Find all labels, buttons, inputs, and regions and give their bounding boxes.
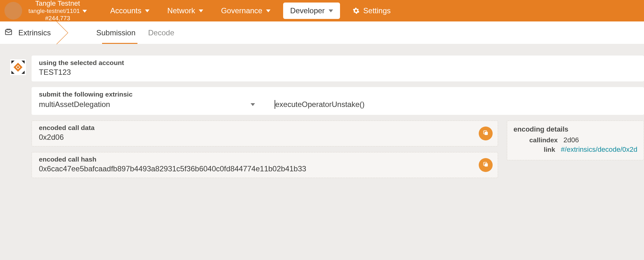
encoded-row-wrap: encoded call data 0x2d06 encoded call ha…: [10, 121, 644, 178]
nav-label: Accounts: [110, 6, 142, 15]
top-nav-bar: Tangle Testnet tangle-testnet/1101 #244,…: [0, 0, 644, 21]
chain-logo[interactable]: [4, 2, 22, 20]
method-value: executeOperatorUnstake(): [275, 100, 365, 109]
account-identicon[interactable]: [10, 59, 26, 75]
detail-link-value[interactable]: #/extrinsics/decode/0x2d: [561, 145, 637, 154]
nav-network[interactable]: Network: [158, 0, 212, 21]
chevron-down-icon: [199, 9, 203, 12]
tab-decode[interactable]: Decode: [148, 21, 174, 44]
detail-value: 2d06: [563, 136, 579, 144]
field-label: submit the following extrinsic: [39, 91, 637, 98]
pallet-select[interactable]: multiAssetDelegation: [39, 100, 255, 109]
detail-label: callindex: [513, 136, 558, 144]
svg-point-8: [17, 66, 19, 68]
svg-rect-11: [485, 163, 488, 167]
nav-settings[interactable]: Settings: [344, 0, 400, 21]
gear-icon: [353, 7, 360, 14]
encoded-call-hash-card: encoded call hash 0x6cac47ee5bafcaadfb89…: [32, 152, 498, 178]
chain-spec: tangle-testnet/1101: [28, 8, 80, 15]
field-label: encoded call hash: [39, 156, 491, 163]
extrinsic-select-card: submit the following extrinsic multiAsse…: [32, 87, 644, 115]
tab-submission[interactable]: Submission: [96, 21, 136, 44]
encoded-call-hash: 0x6cac47ee5bafcaadfb897b4493a82931c5f36b…: [39, 164, 491, 173]
sub-nav-bar: Extrinsics Submission Decode: [0, 21, 644, 44]
account-row: using the selected account TEST123: [10, 56, 644, 81]
tab-label: Submission: [96, 28, 136, 37]
detail-label: link: [513, 146, 555, 153]
method-select[interactable]: executeOperatorUnstake(): [275, 100, 365, 109]
encoded-call-data-card: encoded call data 0x2d06: [32, 121, 498, 146]
account-select[interactable]: using the selected account TEST123: [32, 56, 644, 81]
page-breadcrumb: Extrinsics: [0, 21, 57, 44]
chain-name: Tangle Testnet: [35, 0, 80, 8]
nav-label: Developer: [290, 6, 325, 15]
nav-label: Settings: [363, 6, 391, 15]
extrinsics-icon: [4, 28, 13, 38]
chevron-down-icon: [266, 9, 270, 12]
field-label: using the selected account: [39, 59, 637, 67]
page-title: Extrinsics: [18, 28, 51, 37]
svg-rect-9: [485, 132, 488, 135]
nav-governance[interactable]: Governance: [212, 0, 279, 21]
pallet-value: multiAssetDelegation: [39, 100, 110, 109]
extrinsic-row: submit the following extrinsic multiAsse…: [10, 87, 644, 115]
account-name: TEST123: [39, 68, 637, 77]
nav-developer[interactable]: Developer: [283, 3, 340, 19]
nav-accounts[interactable]: Accounts: [101, 0, 159, 21]
field-label: encoded call data: [39, 124, 491, 132]
detail-callindex: callindex 2d06: [513, 136, 637, 144]
chain-block-number: #244,773: [45, 15, 70, 22]
copy-call-hash-button[interactable]: [479, 158, 493, 172]
extrinsics-form: using the selected account TEST123 submi…: [0, 44, 644, 178]
chevron-down-icon: [82, 10, 87, 13]
chevron-down-icon: [145, 9, 149, 12]
chain-info[interactable]: Tangle Testnet tangle-testnet/1101 #244,…: [28, 0, 87, 22]
chevron-down-icon: [329, 9, 333, 12]
copy-call-data-button[interactable]: [479, 127, 493, 140]
encoded-call-data: 0x2d06: [39, 133, 491, 142]
nav-label: Network: [167, 6, 195, 15]
tab-label: Decode: [148, 28, 174, 37]
nav-label: Governance: [221, 6, 262, 15]
encoding-details-card: encoding details callindex 2d06 link #/e…: [507, 121, 644, 160]
copy-icon: [483, 130, 489, 137]
chevron-down-icon: [251, 103, 255, 106]
detail-link: link #/extrinsics/decode/0x2d: [513, 145, 637, 154]
details-title: encoding details: [513, 125, 637, 133]
breadcrumb-chevron-icon: [57, 21, 72, 44]
copy-icon: [483, 161, 489, 169]
